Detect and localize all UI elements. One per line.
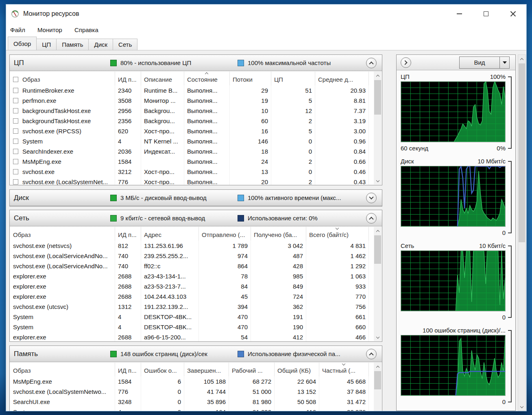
memory-section-header[interactable]: Память 148 ошибок страниц (диск)/сек Исп… xyxy=(10,346,382,362)
tab-cpu[interactable]: ЦП xyxy=(36,39,57,50)
column-header[interactable]: Рабочий ... xyxy=(229,363,275,376)
table-cell: 37 848 xyxy=(319,387,369,397)
column-header[interactable]: ИД п... xyxy=(115,227,141,241)
table-row[interactable]: backgroundTaskHost.exe2956Backgrou...Вып… xyxy=(10,106,373,116)
cpu-section-header[interactable]: ЦП 80% - использование ЦП 100% максималь… xyxy=(10,55,382,71)
cpu-table-scrollbar[interactable] xyxy=(374,72,382,185)
column-header[interactable]: Частный (... xyxy=(319,363,369,376)
disk-section-header[interactable]: Диск 3 МБ/с - дисковый ввод-вывод 100% а… xyxy=(10,190,382,206)
table-row[interactable]: svchost.exe (utcsvc)1312191.232.139.2...… xyxy=(10,302,373,312)
view-dropdown-arrow[interactable] xyxy=(499,57,509,68)
scrollbar-thumb[interactable] xyxy=(519,63,525,242)
table-row[interactable]: System4016421 09211620 976 xyxy=(10,407,373,411)
title-bar[interactable]: Монитор ресурсов xyxy=(6,4,526,23)
row-checkbox[interactable] xyxy=(13,98,18,103)
column-header[interactable]: Всего (байт/с) xyxy=(306,227,369,241)
scroll-up-icon[interactable] xyxy=(374,363,382,370)
table-row[interactable]: System4NT Kernel ...Выполня...14600.96 xyxy=(10,136,373,146)
row-checkbox[interactable] xyxy=(13,118,18,124)
table-row[interactable]: System4DESKTOP-4BK...470190660 xyxy=(10,322,373,332)
scrollbar-thumb[interactable] xyxy=(374,371,381,389)
column-header[interactable]: Завершен... xyxy=(184,363,229,376)
table-row[interactable]: explorer.exe2688104.244.43.10345724770 xyxy=(10,291,373,302)
minimize-button[interactable] xyxy=(446,4,473,23)
table-row[interactable]: svchost.exe (LocalSystemNet...776Хост-пр… xyxy=(10,177,373,185)
panel-expand-button[interactable] xyxy=(401,57,411,68)
network-collapse-button[interactable] xyxy=(366,213,377,224)
table-row[interactable]: svchost.exe (RPCSS)620Хост-про...Выполня… xyxy=(10,126,373,136)
select-all-checkbox[interactable] xyxy=(13,77,18,82)
column-header[interactable]: Потоки xyxy=(230,72,271,85)
cpu-table-header: ОбразИД п...ОписаниеСостояниеПотокиЦПСре… xyxy=(10,72,373,85)
scrollbar-thumb[interactable] xyxy=(374,235,381,264)
menu-item-help[interactable]: Справка xyxy=(74,26,98,33)
table-row[interactable]: SearchUI.exe3248035 89681 98050 50831 47… xyxy=(10,397,373,407)
scroll-up-icon[interactable] xyxy=(374,227,382,235)
close-button[interactable] xyxy=(499,4,526,23)
row-checkbox[interactable] xyxy=(13,108,18,113)
column-header[interactable]: ИД п... xyxy=(115,363,141,376)
memory-collapse-button[interactable] xyxy=(366,349,377,359)
disk-expand-button[interactable] xyxy=(366,193,377,203)
column-header[interactable]: Образ xyxy=(10,227,115,241)
network-table-scrollbar[interactable] xyxy=(374,227,382,341)
row-checkbox[interactable] xyxy=(13,159,18,164)
table-cell: 2340 xyxy=(115,85,141,96)
table-row[interactable]: perfmon.exe3508Монитор ...Выполня...1958… xyxy=(10,96,373,106)
column-header[interactable]: Общий (КБ) xyxy=(275,363,319,376)
column-header[interactable]: Получено (ба... xyxy=(251,227,306,241)
column-header[interactable]: Образ xyxy=(10,363,115,376)
table-row[interactable]: svchost.exe (LocalServiceAndNo...740239.… xyxy=(10,251,373,261)
row-checkbox[interactable] xyxy=(13,149,18,154)
table-row[interactable]: explorer.exe2688a23-43-134-1...789851 06… xyxy=(10,271,373,281)
scroll-up-icon[interactable] xyxy=(374,72,382,79)
graphs-panel-scrollbar[interactable] xyxy=(518,54,526,411)
table-row[interactable]: svchost.exe3212Хост-про...Выполня...1300… xyxy=(10,167,373,177)
maximize-button[interactable] xyxy=(473,4,499,23)
scroll-down-icon[interactable] xyxy=(374,333,382,341)
row-checkbox[interactable] xyxy=(13,169,18,174)
scroll-up-icon[interactable] xyxy=(518,55,525,63)
tab-disk[interactable]: Диск xyxy=(88,39,113,50)
cpu-collapse-button[interactable] xyxy=(366,58,377,68)
column-header[interactable]: Среднее д... xyxy=(315,72,369,85)
column-header[interactable]: ЦП xyxy=(271,72,315,85)
tab-overview[interactable]: Обзор xyxy=(8,37,37,50)
table-row[interactable]: backgroundTaskHost.exe2356Backgrou...Вып… xyxy=(10,116,373,126)
tab-memory[interactable]: Память xyxy=(56,39,89,50)
table-row[interactable]: svchost.exe (LocalSystemNetwo...776041 7… xyxy=(10,387,373,397)
tab-network[interactable]: Сеть xyxy=(113,39,137,50)
row-checkbox[interactable] xyxy=(13,88,18,93)
scroll-down-icon[interactable] xyxy=(374,177,382,185)
table-row[interactable]: System4DESKTOP-4BK...470191661 xyxy=(10,312,373,322)
table-row[interactable]: MsMpEng.exe1584Выполня...2420.66 xyxy=(10,156,373,167)
table-row[interactable]: svchost.exe (LocalServiceAndNo...740ff02… xyxy=(10,261,373,271)
view-dropdown-button[interactable]: Вид xyxy=(459,56,510,69)
row-checkbox[interactable] xyxy=(13,139,18,144)
scroll-down-icon[interactable] xyxy=(374,409,382,411)
table-row[interactable]: MsMpEng.exe15846105 18868 27222 60445 66… xyxy=(10,376,373,387)
table-cell: 362 xyxy=(251,302,306,312)
row-checkbox[interactable] xyxy=(13,128,18,134)
column-header[interactable]: Описание xyxy=(141,72,184,85)
row-checkbox[interactable] xyxy=(13,179,18,185)
scrollbar-thumb[interactable] xyxy=(374,80,381,115)
table-row[interactable]: RuntimeBroker.exe2340Runtime B...Выполня… xyxy=(10,85,373,96)
memory-table-scrollbar[interactable] xyxy=(374,363,382,411)
menu-item-monitor[interactable]: Монитор xyxy=(37,26,62,33)
table-row[interactable]: explorer.exe2688a23-53-213-7...84849933 xyxy=(10,281,373,291)
scroll-down-icon[interactable] xyxy=(518,403,525,411)
table-row[interactable]: explorer.exe2688a96-6-15-200...54412466 xyxy=(10,332,373,341)
menu-item-file[interactable]: Файл xyxy=(10,26,25,33)
column-header[interactable]: Адрес xyxy=(141,227,199,241)
column-header[interactable]: Состояние xyxy=(184,72,230,85)
column-header[interactable]: ИД п... xyxy=(115,72,141,85)
column-header[interactable]: Отправлено (... xyxy=(199,227,251,241)
table-cell: 0.66 xyxy=(315,156,369,167)
column-header[interactable]: Образ xyxy=(10,72,115,85)
table-row[interactable]: SearchIndexer.exe2036Индексат...Выполня.… xyxy=(10,146,373,156)
table-row[interactable]: svchost.exe (netsvcs)812131.253.61.961 7… xyxy=(10,241,373,251)
table-cell: 68 272 xyxy=(229,376,275,387)
network-section-header[interactable]: Сеть 9 кбит/с - сетевой ввод-вывод Испол… xyxy=(10,210,382,226)
column-header[interactable]: Ошибок о... xyxy=(141,363,184,376)
